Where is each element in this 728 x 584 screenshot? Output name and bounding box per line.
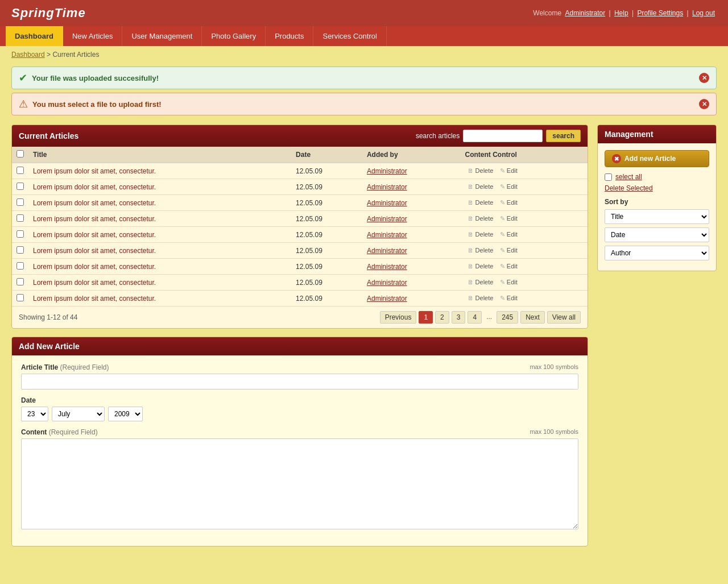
sort-select-3[interactable]: Author Title Date — [605, 246, 709, 260]
next-button[interactable]: Next — [520, 311, 545, 324]
edit-button[interactable]: ✎ Edit — [498, 166, 520, 176]
title-col-header: Title — [28, 147, 291, 163]
delete-button[interactable]: 🗎 Delete — [465, 246, 496, 255]
right-panel: Management ✖ Add new Article select all … — [597, 125, 717, 271]
edit-button[interactable]: ✎ Edit — [498, 182, 520, 192]
edit-button[interactable]: ✎ Edit — [498, 293, 520, 303]
row-checkbox[interactable] — [16, 214, 24, 222]
breadcrumb-home[interactable]: Dashboard — [11, 51, 45, 59]
edit-button[interactable]: ✎ Edit — [498, 214, 520, 223]
delete-button[interactable]: 🗎 Delete — [465, 166, 496, 175]
article-title-link[interactable]: Lorem ipsum dolor sit amet, consectetur. — [33, 167, 156, 175]
ellipsis: ... — [484, 311, 494, 324]
select-all-link[interactable]: select all — [615, 173, 642, 181]
admin-link[interactable]: Administrator — [565, 9, 605, 17]
content-row: Content (Required Field) max 100 symbols — [21, 428, 578, 531]
article-title-link[interactable]: Lorem ipsum dolor sit amet, consectetur. — [33, 199, 156, 207]
nav-item-new-articles[interactable]: New Articles — [63, 26, 123, 46]
sort-select-2[interactable]: Date Title Author — [605, 227, 709, 242]
previous-button[interactable]: Previous — [380, 311, 417, 324]
sort-select-1[interactable]: Title Date Author — [605, 209, 709, 224]
day-select[interactable]: 23 12345 678910 1112131415 1617181920 21… — [21, 407, 48, 421]
article-title-link[interactable]: Lorem ipsum dolor sit amet, consectetur. — [33, 295, 156, 303]
close-warning-button[interactable]: ✕ — [699, 99, 709, 109]
author-link[interactable]: Administrator — [367, 167, 407, 175]
row-checkbox[interactable] — [16, 294, 24, 301]
add-new-article-button[interactable]: ✖ Add new Article — [605, 150, 709, 167]
article-title-link[interactable]: Lorem ipsum dolor sit amet, consectetur. — [33, 247, 156, 255]
year-select[interactable]: 2009 2007200820102011 — [108, 407, 143, 421]
edit-icon: ✎ — [500, 263, 505, 270]
logout-link[interactable]: Log out — [692, 9, 715, 17]
delete-button[interactable]: 🗎 Delete — [465, 293, 496, 303]
delete-button[interactable]: 🗎 Delete — [465, 198, 496, 207]
edit-button[interactable]: ✎ Edit — [498, 198, 520, 208]
nav-item-photo-gallery[interactable]: Photo Gallery — [202, 26, 266, 46]
delete-button[interactable]: 🗎 Delete — [465, 182, 496, 191]
row-checkbox[interactable] — [16, 262, 24, 270]
row-checkbox-cell — [12, 275, 28, 291]
article-title-link[interactable]: Lorem ipsum dolor sit amet, consectetur. — [33, 231, 156, 239]
row-checkbox[interactable] — [16, 167, 24, 174]
delete-button[interactable]: 🗎 Delete — [465, 262, 496, 271]
search-button[interactable]: search — [546, 130, 581, 142]
edit-button[interactable]: ✎ Edit — [498, 277, 520, 287]
nav-item-user-management[interactable]: User Management — [122, 26, 202, 46]
article-title-link[interactable]: Lorem ipsum dolor sit amet, consectetur. — [33, 215, 156, 223]
nav-item-products[interactable]: Products — [266, 26, 313, 46]
article-title-link[interactable]: Lorem ipsum dolor sit amet, consectetur. — [33, 279, 156, 287]
page-3-button[interactable]: 3 — [452, 311, 466, 324]
row-checkbox[interactable] — [16, 246, 24, 254]
delete-button[interactable]: 🗎 Delete — [465, 277, 496, 287]
nav-item-services-control[interactable]: Services Control — [313, 26, 386, 46]
row-actions-cell: 🗎 Delete ✎ Edit — [461, 275, 588, 291]
delete-selected-link[interactable]: Delete Selected — [605, 184, 653, 192]
content-textarea[interactable] — [21, 438, 578, 529]
article-title-link[interactable]: Lorem ipsum dolor sit amet, consectetur. — [33, 263, 156, 271]
author-link[interactable]: Administrator — [367, 199, 407, 207]
row-checkbox[interactable] — [16, 278, 24, 285]
author-link[interactable]: Administrator — [367, 183, 407, 191]
author-link[interactable]: Administrator — [367, 231, 407, 239]
edit-button[interactable]: ✎ Edit — [498, 230, 520, 239]
author-link[interactable]: Administrator — [367, 215, 407, 223]
author-link[interactable]: Administrator — [367, 279, 407, 287]
row-actions-cell: 🗎 Delete ✎ Edit — [461, 179, 588, 195]
row-checkbox[interactable] — [16, 198, 24, 206]
view-all-button[interactable]: View all — [547, 311, 581, 324]
page-245-button[interactable]: 245 — [497, 311, 518, 324]
edit-icon: ✎ — [500, 183, 505, 190]
breadcrumb-separator: > — [47, 51, 52, 59]
search-input[interactable] — [463, 130, 543, 142]
help-link[interactable]: Help — [614, 9, 628, 17]
delete-button[interactable]: 🗎 Delete — [465, 230, 496, 239]
row-date-cell: 12.05.09 — [291, 163, 362, 179]
row-checkbox[interactable] — [16, 183, 24, 190]
page-1-button[interactable]: 1 — [419, 311, 433, 324]
date-col-header: Date — [291, 147, 362, 163]
article-title-input[interactable] — [21, 374, 578, 390]
mgmt-select-all-checkbox[interactable] — [605, 173, 612, 181]
breadcrumb-current: Current Articles — [52, 51, 99, 59]
articles-table: Title Date Added by Content Control Lore… — [12, 147, 588, 307]
article-title-link[interactable]: Lorem ipsum dolor sit amet, consectetur. — [33, 183, 156, 191]
page-2-button[interactable]: 2 — [435, 311, 449, 324]
author-link[interactable]: Administrator — [367, 295, 407, 303]
profile-settings-link[interactable]: Profile Settings — [637, 9, 683, 17]
edit-button[interactable]: ✎ Edit — [498, 246, 520, 255]
author-link[interactable]: Administrator — [367, 263, 407, 271]
nav-item-dashboard[interactable]: Dashboard — [6, 26, 63, 46]
month-select[interactable]: July JanuaryFebruaryMarchApril MayJuneAu… — [52, 407, 105, 421]
table-row: Lorem ipsum dolor sit amet, consectetur.… — [12, 195, 588, 211]
select-all-checkbox[interactable] — [16, 150, 24, 158]
row-checkbox-cell — [12, 211, 28, 227]
delete-button[interactable]: 🗎 Delete — [465, 214, 496, 223]
separator2: | — [632, 9, 635, 17]
row-checkbox[interactable] — [16, 230, 24, 238]
close-success-button[interactable]: ✕ — [699, 73, 709, 83]
row-title-cell: Lorem ipsum dolor sit amet, consectetur. — [28, 275, 291, 291]
author-link[interactable]: Administrator — [367, 247, 407, 255]
table-row: Lorem ipsum dolor sit amet, consectetur.… — [12, 243, 588, 259]
page-4-button[interactable]: 4 — [468, 311, 482, 324]
edit-button[interactable]: ✎ Edit — [498, 262, 520, 271]
